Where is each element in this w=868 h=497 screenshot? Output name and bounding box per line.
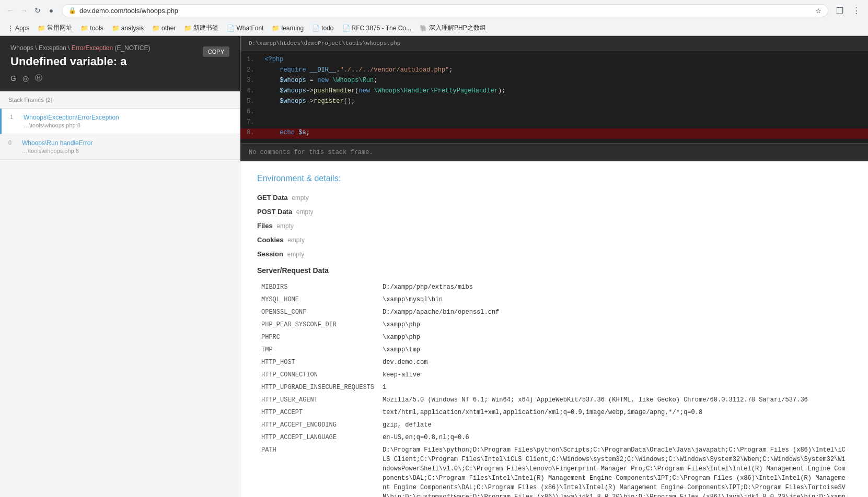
code-section: D:\xampp\htdocs\demoProject\tools\whoops… [240, 36, 868, 161]
left-panel: Whoops \ Exception \ ErrorException (E_N… [0, 36, 240, 497]
nav-buttons: ← → ↻ ● [4, 4, 57, 17]
bookmark-tools[interactable]: 📁 tools [77, 23, 106, 33]
server-table-row: PHP_PEAR_SYSCONF_DIR\xampp\php [257, 318, 851, 331]
env-session-empty: empty [287, 251, 304, 258]
env-files-label: Files [257, 222, 273, 230]
bookmark-todo[interactable]: 📄 todo [309, 23, 337, 33]
address-bar[interactable] [79, 7, 812, 15]
line-content-4: $whoops->pushHandler(new \Whoops\Handler… [260, 87, 868, 97]
line-num-7: 7. [240, 118, 260, 128]
line-content-1: <?php [260, 55, 868, 66]
google-icon[interactable]: G [10, 74, 16, 82]
line-content-3: $whoops = new \Whoops\Run; [260, 76, 868, 87]
copy-button[interactable]: COPY [203, 46, 229, 57]
line-content-6 [260, 108, 868, 118]
code-line-4: 4. $whoops->pushHandler(new \Whoops\Hand… [240, 87, 868, 97]
stack-item-class-0: Whoops\Exception\ErrorException [24, 114, 119, 121]
bookmark-learning[interactable]: 📁 learning [269, 23, 307, 33]
toolbar-icons: ❒ ⋮ [832, 3, 864, 18]
env-title: Environment & details: [257, 174, 851, 183]
stack-header: Stack Frames (2) [0, 91, 240, 109]
bookmarks-bar: ⋮ Apps 📁 常用网址 📁 tools 📁 analysis 📁 other… [0, 21, 868, 36]
server-key: PATH [257, 444, 378, 497]
forward-button[interactable]: → [18, 4, 30, 17]
env-post-label: POST Data [257, 208, 292, 216]
line-num-4: 4. [240, 87, 260, 97]
server-table-row: HTTP_CONNECTIONkeep-alive [257, 369, 851, 381]
bookmark-label-2: tools [90, 25, 103, 32]
folder-icon-3: 📁 [112, 25, 120, 32]
bookmark-whatfont[interactable]: 📄 WhatFont [224, 23, 267, 33]
code-line-2: 2. require __DIR__."./../../vendor/autol… [240, 66, 868, 76]
star-icon[interactable]: ☆ [815, 7, 821, 15]
line-num-2: 2. [240, 66, 260, 76]
bookmark-label-8: todo [321, 25, 333, 32]
bookmark-label-3: analysis [121, 25, 144, 32]
server-value: text/html,application/xhtml+xml,applicat… [378, 406, 851, 419]
main-content: Whoops \ Exception \ ErrorException (E_N… [0, 36, 868, 497]
docs-icon[interactable]: ◎ [22, 74, 29, 82]
server-table-row: HTTP_HOSTdev.demo.com [257, 356, 851, 369]
server-key: TMP [257, 344, 378, 356]
bookmark-apps[interactable]: ⋮ Apps [4, 23, 32, 33]
bookmark-php[interactable]: 🐘 深入理解PHP之数组 [416, 22, 489, 33]
menu-button[interactable]: ⋮ [849, 3, 864, 18]
line-num-5: 5. [240, 97, 260, 108]
server-key: MYSQL_HOME [257, 293, 378, 306]
stack-item-0[interactable]: 1 Whoops\Exception\ErrorException …\tool… [0, 109, 240, 134]
server-table-row: HTTP_ACCEPTtext/html,application/xhtml+x… [257, 406, 851, 419]
bookmark-rfc[interactable]: 📄 RFC 3875 - The Co... [339, 23, 415, 33]
server-value: gzip, deflate [378, 419, 851, 431]
bookmark-apps-label: Apps [15, 25, 29, 32]
env-get-empty: empty [292, 194, 309, 202]
apps-grid-icon: ⋮ [7, 25, 14, 32]
server-key: HTTP_USER_AGENT [257, 394, 378, 406]
code-line-5: 5. $whoops->register(); [240, 97, 868, 108]
error-meta-icons: G ◎ Ⓗ [10, 74, 229, 83]
env-cookies-label: Cookies [257, 236, 284, 244]
share-icon[interactable]: Ⓗ [35, 74, 42, 83]
server-table-row: HTTP_UPGRADE_INSECURE_REQUESTS1 [257, 381, 851, 394]
error-title: Undefined variable: a [10, 55, 229, 68]
env-post-empty: empty [296, 208, 314, 216]
bookmark-label-4: other [161, 25, 176, 32]
back-button[interactable]: ← [4, 4, 17, 17]
line-content-8: echo $a; [260, 128, 868, 139]
folder-icon-2: 📁 [80, 25, 88, 32]
reload-button[interactable]: ↻ [31, 4, 44, 17]
browser-toolbar: ← → ↻ ● 🔒 ☆ ❒ ⋮ [0, 0, 868, 21]
code-line-1: 1. <?php [240, 55, 868, 66]
stack-item-content-1: Whoops\Run handleError …\tools\whoops.ph… [22, 139, 92, 154]
server-key: HTTP_ACCEPT_LANGUAGE [257, 431, 378, 444]
exception-class: ErrorException [72, 44, 113, 52]
page-icon-1: 📄 [227, 25, 235, 32]
bookmark-analysis[interactable]: 📁 analysis [109, 23, 147, 33]
bookmark-new[interactable]: 📁 新建书签 [181, 22, 222, 33]
server-table-row: HTTP_ACCEPT_ENCODINGgzip, deflate [257, 419, 851, 431]
bookmark-changeyongwangzhi[interactable]: 📁 常用网址 [34, 22, 75, 33]
bookmark-other[interactable]: 📁 other [149, 23, 179, 33]
stack-item-content-0: Whoops\Exception\ErrorException …\tools\… [24, 114, 119, 128]
server-table-row: PHPRC\xampp\php [257, 331, 851, 344]
server-table-row: TMP\xampp\tmp [257, 344, 851, 356]
code-lines: 1. <?php 2. require __DIR__."./../../ven… [240, 51, 868, 143]
stack-item-num-1: 0 [8, 139, 17, 146]
server-key: HTTP_ACCEPT_ENCODING [257, 419, 378, 431]
stack-item-1[interactable]: 0 Whoops\Run handleError …\tools\whoops.… [0, 134, 240, 160]
stack-item-file-1: …\tools\whoops.php:8 [22, 148, 92, 154]
env-session-label: Session [257, 250, 283, 258]
address-bar-container: 🔒 ☆ [62, 4, 828, 17]
home-button[interactable]: ● [45, 4, 57, 17]
server-table-row: HTTP_USER_AGENTMozilla/5.0 (Windows NT 6… [257, 394, 851, 406]
env-group-post: POST Data empty [257, 208, 851, 216]
server-key: HTTP_HOST [257, 356, 378, 369]
folder-icon-1: 📁 [38, 25, 45, 32]
env-get-label: GET Data [257, 194, 288, 202]
line-num-3: 3. [240, 76, 260, 87]
extensions-button[interactable]: ❒ [832, 3, 847, 18]
stack-item-num-0: 1 [10, 114, 18, 120]
server-value: \xampp\php [378, 331, 851, 344]
line-content-7 [260, 118, 868, 128]
server-value: \xampp\mysql\bin [378, 293, 851, 306]
env-group-files: Files empty [257, 222, 851, 230]
